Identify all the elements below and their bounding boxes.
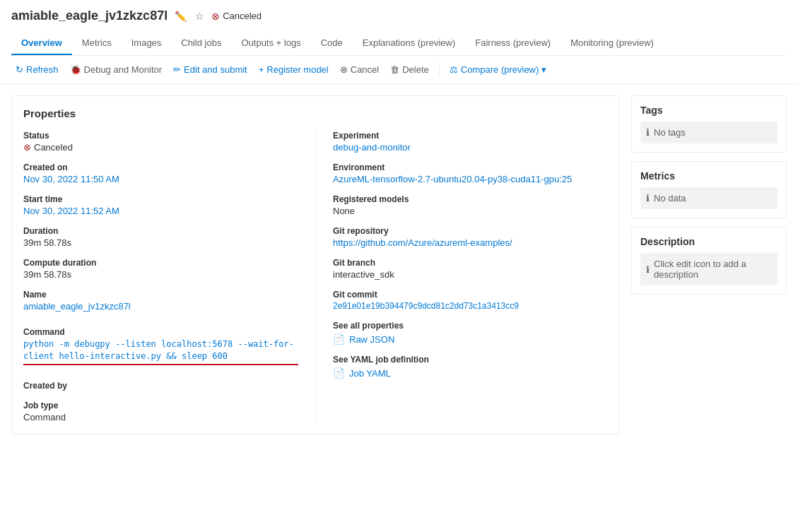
properties-right-col: Experiment debug-and-monitor Environment… <box>316 131 608 422</box>
chevron-down-icon: ▾ <box>541 64 546 75</box>
tab-images[interactable]: Images <box>122 32 172 55</box>
file-icon: 📄 <box>333 333 345 345</box>
prop-name: Name amiable_eagle_jv1zkzc87l <box>23 290 298 312</box>
prop-git-repo-value[interactable]: https://github.com/Azure/azureml-example… <box>333 237 608 248</box>
prop-git-commit: Git commit 2e91e01e19b394479c9dcd81c2dd7… <box>333 290 608 311</box>
prop-git-branch-label: Git branch <box>333 258 608 268</box>
prop-duration-label: Duration <box>23 226 298 236</box>
refresh-icon: ↻ <box>16 64 23 75</box>
refresh-button[interactable]: ↻ Refresh <box>11 61 63 78</box>
tags-empty: ℹ No tags <box>640 122 778 143</box>
toolbar-divider <box>439 63 440 77</box>
metrics-empty: ℹ No data <box>640 187 778 209</box>
plus-icon: + <box>259 64 264 75</box>
tab-outputs-logs[interactable]: Outputs + logs <box>231 32 310 55</box>
prop-start-time-value: Nov 30, 2022 11:52 AM <box>23 206 298 216</box>
tab-metrics[interactable]: Metrics <box>72 32 122 55</box>
prop-compute-duration-value: 39m 58.78s <box>23 269 298 280</box>
prop-name-label: Name <box>23 290 298 300</box>
prop-created-by: Created by <box>23 381 298 391</box>
compare-icon: ⚖ <box>450 64 458 75</box>
prop-job-type-label: Job type <box>23 401 298 410</box>
prop-git-commit-value[interactable]: 2e91e01e19b394479c9dcd81c2dd73c1a3413cc9 <box>333 301 608 311</box>
metrics-title: Metrics <box>640 170 778 182</box>
prop-see-all-label: See all properties <box>333 321 608 331</box>
prop-created-on-label: Created on <box>23 162 298 172</box>
prop-see-yaml: See YAML job definition 📄 Job YAML <box>333 355 608 379</box>
star-button[interactable]: ☆ <box>194 9 206 23</box>
raw-json-label: Raw JSON <box>349 334 394 345</box>
prop-git-repo-label: Git repository <box>333 226 608 236</box>
description-empty: ℹ Click edit icon to add a description <box>640 253 778 285</box>
prop-git-repo: Git repository https://github.com/Azure/… <box>333 226 608 248</box>
description-empty-msg: Click edit icon to add a description <box>654 259 772 280</box>
info-icon: ℹ <box>646 127 650 138</box>
refresh-label: Refresh <box>26 64 59 75</box>
tab-fairness[interactable]: Fairness (preview) <box>465 32 561 55</box>
main-layout: Properties Status ⊗ Canceled Created on … <box>0 84 798 446</box>
register-model-label: Register model <box>266 64 328 75</box>
prop-start-time: Start time Nov 30, 2022 11:52 AM <box>23 194 298 216</box>
prop-git-branch: Git branch interactive_sdk <box>333 258 608 280</box>
info-icon-3: ℹ <box>646 264 650 275</box>
tab-overview[interactable]: Overview <box>11 32 72 55</box>
edit-submit-button[interactable]: ✏ Edit and submit <box>169 61 252 78</box>
properties-grid: Status ⊗ Canceled Created on Nov 30, 202… <box>23 131 608 422</box>
prop-see-yaml-label: See YAML job definition <box>333 355 608 365</box>
prop-experiment-label: Experiment <box>333 131 608 141</box>
prop-registered-models-label: Registered models <box>333 194 608 204</box>
tab-monitoring[interactable]: Monitoring (preview) <box>561 32 664 55</box>
prop-created-on-value: Nov 30, 2022 11:50 AM <box>23 174 298 184</box>
status-icon: ⊗ <box>211 11 220 22</box>
right-panel: Tags ℹ No tags Metrics ℹ No data Descrip… <box>631 95 787 435</box>
prop-status: Status ⊗ Canceled <box>23 131 298 153</box>
edit-title-button[interactable]: ✏️ <box>173 9 188 23</box>
properties-title: Properties <box>23 107 608 119</box>
tags-title: Tags <box>640 105 778 116</box>
job-title: amiable_eagle_jv1zkzc87l <box>11 8 168 23</box>
tab-child-jobs[interactable]: Child jobs <box>171 32 231 55</box>
prop-experiment-value[interactable]: debug-and-monitor <box>333 142 608 153</box>
debug-monitor-label: Debug and Monitor <box>84 64 163 75</box>
description-card: Description ℹ Click edit icon to add a d… <box>631 227 787 295</box>
prop-git-branch-value: interactive_sdk <box>333 269 608 280</box>
prop-git-commit-label: Git commit <box>333 290 608 300</box>
cancel-icon: ⊗ <box>340 64 348 75</box>
prop-environment-label: Environment <box>333 162 608 172</box>
delete-button[interactable]: 🗑 Delete <box>386 61 433 78</box>
prop-job-type-value: Command <box>23 412 298 422</box>
tags-empty-msg: No tags <box>654 127 686 138</box>
debug-monitor-button[interactable]: 🐞 Debug and Monitor <box>66 61 167 78</box>
compare-button[interactable]: ⚖ Compare (preview) ▾ <box>445 61 551 78</box>
tab-explanations[interactable]: Explanations (preview) <box>353 32 466 55</box>
prop-command-label: Command <box>23 327 298 337</box>
delete-icon: 🗑 <box>390 64 399 75</box>
compare-label: Compare (preview) <box>461 64 539 75</box>
prop-command-value: python -m debugpy --listen localhost:567… <box>23 338 298 362</box>
prop-name-value[interactable]: amiable_eagle_jv1zkzc87l <box>23 301 298 312</box>
status-badge: ⊗ Canceled <box>211 11 262 22</box>
prop-experiment: Experiment debug-and-monitor <box>333 131 608 153</box>
prop-environment-value[interactable]: AzureML-tensorflow-2.7-ubuntu20.04-py38-… <box>333 174 608 184</box>
status-x-icon: ⊗ <box>23 142 31 153</box>
cancel-button[interactable]: ⊗ Cancel <box>336 61 383 78</box>
register-model-button[interactable]: + Register model <box>254 61 333 78</box>
yaml-link[interactable]: 📄 Job YAML <box>333 367 608 379</box>
prop-command: Command python -m debugpy --listen local… <box>23 321 298 371</box>
metrics-empty-msg: No data <box>654 193 686 203</box>
bug-icon: 🐞 <box>70 64 81 75</box>
properties-left-col: Status ⊗ Canceled Created on Nov 30, 202… <box>23 131 316 422</box>
prop-command-box: python -m debugpy --listen localhost:567… <box>23 338 298 365</box>
raw-json-link[interactable]: 📄 Raw JSON <box>333 333 608 345</box>
yaml-file-icon: 📄 <box>333 367 345 379</box>
toolbar: ↻ Refresh 🐞 Debug and Monitor ✏ Edit and… <box>0 56 798 84</box>
tab-code[interactable]: Code <box>311 32 353 55</box>
prop-compute-duration-label: Compute duration <box>23 258 298 268</box>
tab-bar: Overview Metrics Images Child jobs Outpu… <box>11 32 787 56</box>
edit-submit-label: Edit and submit <box>184 64 247 75</box>
prop-duration: Duration 39m 58.78s <box>23 226 298 248</box>
prop-status-text: Canceled <box>34 142 73 153</box>
properties-panel: Properties Status ⊗ Canceled Created on … <box>11 95 620 435</box>
prop-registered-models-value: None <box>333 206 608 216</box>
metrics-card: Metrics ℹ No data <box>631 161 787 218</box>
